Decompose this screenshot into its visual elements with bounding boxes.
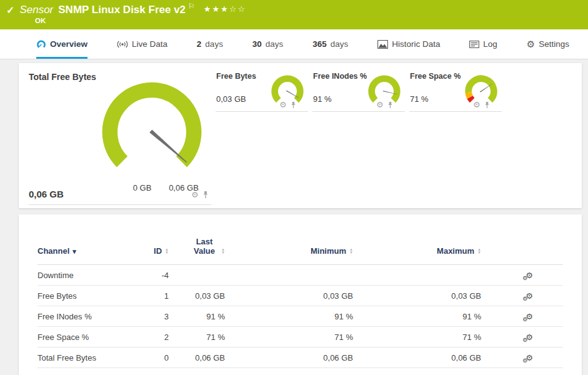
main-gauge-value: 0,06 GB bbox=[29, 189, 64, 199]
broadcast-icon bbox=[117, 40, 128, 49]
channel-minimum: 0,03 GB bbox=[225, 286, 353, 306]
channel-id: 2 bbox=[141, 327, 169, 348]
gauge-scale-min: 0 GB bbox=[119, 183, 166, 192]
sort-arrows-icon: ▲▼ bbox=[349, 248, 353, 254]
channel-name[interactable]: Total Free Bytes bbox=[37, 348, 141, 368]
channel-settings-icon[interactable]: ⚙⚙ bbox=[526, 354, 533, 362]
main-gauge-title: Total Free Bytes bbox=[29, 72, 96, 82]
flag-icon[interactable]: ⚐ bbox=[188, 2, 195, 11]
object-kind-label: Sensor bbox=[19, 4, 53, 16]
sort-arrows-icon: ▲▼ bbox=[221, 248, 225, 254]
sort-arrows-icon: ▲▼ bbox=[477, 248, 481, 254]
channel-name[interactable]: Free INodes % bbox=[37, 306, 141, 327]
tab-settings[interactable]: ⚙ Settings bbox=[527, 29, 569, 59]
channel-settings-icon[interactable]: ⚙⚙ bbox=[526, 271, 533, 279]
channel-settings-icon[interactable]: ⚙⚙ bbox=[526, 292, 533, 300]
sensor-title: SNMP Linux Disk Free v2 bbox=[58, 4, 186, 16]
tab-2-days[interactable]: 2 days bbox=[197, 29, 223, 59]
divider bbox=[409, 111, 502, 112]
tab-365-days[interactable]: 365 days bbox=[312, 29, 348, 59]
gauge-toolbar: ⚙ bbox=[376, 101, 393, 109]
column-header-last-value[interactable]: Last Value▲▼ bbox=[169, 214, 225, 265]
sensor-title-row: ✓ Sensor SNMP Linux Disk Free v2 ⚐ ★★★☆☆ bbox=[6, 4, 246, 16]
tab-number: 30 bbox=[252, 39, 262, 49]
tab-number: 365 bbox=[312, 39, 327, 49]
table-row[interactable]: Total Free Bytes 0 0,06 GB 0,06 GB 0,06 … bbox=[37, 348, 563, 368]
channels-panel: Channel▾ ID▲▼ Last Value▲▼ Minimum▲▼ Max… bbox=[19, 214, 582, 375]
channel-table: Channel▾ ID▲▼ Last Value▲▼ Minimum▲▼ Max… bbox=[37, 214, 563, 368]
gear-icon[interactable]: ⚙ bbox=[376, 101, 384, 109]
channel-id: 1 bbox=[141, 286, 169, 306]
tab-label: Historic Data bbox=[392, 39, 440, 49]
gear-icon: ⚙ bbox=[527, 39, 535, 49]
gauges-panel: Total Free Bytes 0 GB 0,06 GB 0,06 GB ⚙ … bbox=[19, 63, 582, 208]
column-header-settings bbox=[481, 214, 563, 265]
tab-log[interactable]: Log bbox=[469, 29, 497, 59]
gauge-title: Free Space % bbox=[410, 72, 461, 81]
gear-icon[interactable]: ⚙ bbox=[473, 101, 481, 109]
gear-icon[interactable]: ⚙ bbox=[191, 191, 199, 199]
gauge-toolbar: ⚙ bbox=[191, 191, 209, 199]
channel-settings-icon[interactable]: ⚙⚙ bbox=[526, 333, 533, 341]
channel-id: -4 bbox=[141, 265, 169, 286]
check-icon: ✓ bbox=[6, 4, 14, 16]
channel-last-value: 0,03 GB bbox=[169, 286, 225, 306]
table-row[interactable]: Free Space % 2 71 % 71 % 71 % ⚙⚙ bbox=[37, 327, 563, 348]
channel-last-value: 71 % bbox=[169, 327, 225, 348]
gear-icon[interactable]: ⚙ bbox=[279, 101, 287, 109]
priority-stars[interactable]: ★★★☆☆ bbox=[204, 4, 246, 14]
tab-historic-data[interactable]: Historic Data bbox=[377, 29, 440, 59]
column-header-channel[interactable]: Channel▾ bbox=[37, 214, 141, 265]
channel-minimum: 71 % bbox=[225, 327, 353, 348]
gauge-value: 71 % bbox=[410, 94, 429, 104]
gauge-title: Free INodes % bbox=[313, 72, 367, 81]
channel-minimum: 91 % bbox=[225, 306, 353, 327]
sensor-status-bar: ✓ Sensor SNMP Linux Disk Free v2 ⚐ ★★★☆☆… bbox=[0, 0, 588, 29]
tab-30-days[interactable]: 30 days bbox=[252, 29, 284, 59]
table-row[interactable]: Downtime -4 ⚙⚙ bbox=[37, 265, 563, 286]
tab-unit: days bbox=[331, 39, 349, 49]
gauge-toolbar: ⚙ bbox=[473, 101, 490, 109]
divider bbox=[312, 111, 405, 112]
channel-settings-icon[interactable]: ⚙⚙ bbox=[526, 312, 533, 321]
table-row[interactable]: Free Bytes 1 0,03 GB 0,03 GB 0,03 GB ⚙⚙ bbox=[37, 286, 563, 306]
log-icon bbox=[469, 41, 479, 48]
pin-icon[interactable] bbox=[202, 191, 209, 199]
divider bbox=[29, 204, 211, 205]
gauge-needle bbox=[149, 129, 188, 164]
divider bbox=[216, 111, 308, 112]
column-header-id[interactable]: ID▲▼ bbox=[141, 214, 169, 265]
gauge-cell-free-inodes: Free INodes % 91 % ⚙ bbox=[312, 63, 405, 116]
tab-unit: days bbox=[266, 39, 284, 49]
tab-label: Settings bbox=[539, 39, 569, 49]
table-row[interactable]: Free INodes % 3 91 % 91 % 91 % ⚙⚙ bbox=[37, 306, 563, 327]
channel-maximum: 0,03 GB bbox=[353, 286, 481, 306]
gauge-value: 0,03 GB bbox=[216, 94, 246, 104]
tab-number: 2 bbox=[197, 39, 202, 49]
column-header-minimum[interactable]: Minimum▲▼ bbox=[225, 214, 353, 265]
channel-minimum bbox=[225, 265, 353, 286]
column-header-maximum[interactable]: Maximum▲▼ bbox=[353, 214, 481, 265]
pin-icon[interactable] bbox=[291, 101, 296, 109]
pin-icon[interactable] bbox=[484, 101, 490, 109]
gauge-icon bbox=[36, 39, 46, 49]
gauge-cell-free-bytes: Free Bytes 0,03 GB ⚙ bbox=[216, 63, 308, 116]
sort-caret-icon: ▾ bbox=[72, 248, 76, 255]
channel-last-value: 91 % bbox=[169, 306, 225, 327]
channel-name[interactable]: Free Space % bbox=[37, 327, 141, 348]
gauge-cell-free-space: Free Space % 71 % ⚙ bbox=[409, 63, 502, 116]
gauge-value: 91 % bbox=[313, 94, 332, 104]
channel-id: 0 bbox=[141, 348, 169, 368]
channel-table-body: Downtime -4 ⚙⚙ Free Bytes 1 0,03 GB 0,03… bbox=[37, 265, 563, 368]
tab-overview[interactable]: Overview bbox=[36, 29, 87, 59]
tab-label: Overview bbox=[50, 39, 87, 49]
tab-live-data[interactable]: Live Data bbox=[117, 29, 167, 59]
tab-label: Log bbox=[483, 39, 497, 49]
channel-name[interactable]: Free Bytes bbox=[37, 286, 141, 306]
pin-icon[interactable] bbox=[387, 101, 393, 109]
tab-unit: days bbox=[205, 39, 223, 49]
tab-bar: Overview Live Data 2 days 30 days 365 da… bbox=[0, 29, 588, 59]
channel-name[interactable]: Downtime bbox=[37, 265, 141, 286]
channel-maximum: 0,06 GB bbox=[353, 348, 481, 368]
gauge-toolbar: ⚙ bbox=[279, 101, 296, 109]
